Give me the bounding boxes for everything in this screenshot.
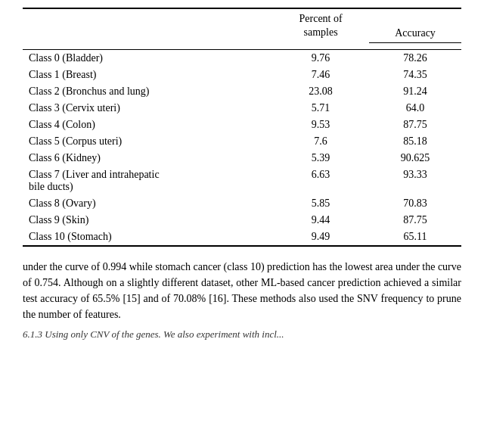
accuracy-cell: 70.83: [369, 195, 461, 212]
accuracy-cell: 87.75: [369, 212, 461, 229]
table-row: Class 7 (Liver and intrahepaticbile duct…: [23, 166, 461, 195]
class-cell: Class 4 (Colon): [23, 117, 272, 133]
class-cell: Class 0 (Bladder): [23, 49, 272, 67]
col-header-percent-border: [272, 42, 369, 49]
percent-cell: 5.85: [272, 195, 369, 212]
table-row: Class 6 (Kidney)5.3990.625: [23, 150, 461, 166]
paragraph-text: under the curve of 0.994 while stomach c…: [23, 259, 461, 322]
percent-cell: 7.6: [272, 133, 369, 150]
table-row: Class 8 (Ovary)5.8570.83: [23, 195, 461, 212]
col-header-class-border: [23, 42, 272, 49]
accuracy-cell: 64.0: [369, 100, 461, 117]
percent-cell: 9.44: [272, 212, 369, 229]
col-header-percent: Percent of samples: [272, 8, 369, 42]
table-row: Class 0 (Bladder)9.7678.26: [23, 49, 461, 67]
table-row: Class 4 (Colon)9.5387.75: [23, 117, 461, 133]
class-cell: Class 5 (Corpus uteri): [23, 133, 272, 150]
percent-cell: 5.71: [272, 100, 369, 117]
table-row: Class 5 (Corpus uteri)7.685.18: [23, 133, 461, 150]
col-header-accuracy-border2: [369, 42, 461, 49]
class-cell: Class 8 (Ovary): [23, 195, 272, 212]
percent-cell: 9.53: [272, 117, 369, 133]
percent-cell: 6.63: [272, 166, 369, 195]
class-cell: Class 10 (Stomach): [23, 229, 272, 246]
table-row: Class 3 (Cervix uteri)5.7164.0: [23, 100, 461, 117]
accuracy-cell: 78.26: [369, 49, 461, 67]
table-row: Class 2 (Bronchus and lung)23.0891.24: [23, 83, 461, 100]
accuracy-cell: 93.33: [369, 166, 461, 195]
table-row: Class 10 (Stomach)9.4965.11: [23, 229, 461, 246]
accuracy-cell: 90.625: [369, 150, 461, 166]
class-cell: Class 1 (Breast): [23, 67, 272, 83]
class-cell: Class 2 (Bronchus and lung): [23, 83, 272, 100]
percent-cell: 9.76: [272, 49, 369, 67]
percent-cell: 23.08: [272, 83, 369, 100]
accuracy-cell: 85.18: [369, 133, 461, 150]
percent-cell: 9.49: [272, 229, 369, 246]
percent-cell: 7.46: [272, 67, 369, 83]
col-header-class: [23, 8, 272, 42]
data-table: Percent of samples Accuracy Class 0 (Bla…: [23, 8, 461, 247]
accuracy-cell: 87.75: [369, 117, 461, 133]
percent-cell: 5.39: [272, 150, 369, 166]
class-cell: Class 3 (Cervix uteri): [23, 100, 272, 117]
footer-italic: 6.1.3 Using only CNV of the genes. We al…: [23, 328, 461, 341]
table-row: Class 1 (Breast)7.4674.35: [23, 67, 461, 83]
accuracy-cell: 65.11: [369, 229, 461, 246]
table-row: Class 9 (Skin)9.4487.75: [23, 212, 461, 229]
accuracy-cell: 74.35: [369, 67, 461, 83]
accuracy-cell: 91.24: [369, 83, 461, 100]
class-cell: Class 9 (Skin): [23, 212, 272, 229]
col-header-accuracy: Accuracy: [369, 8, 461, 42]
class-cell: Class 6 (Kidney): [23, 150, 272, 166]
class-cell: Class 7 (Liver and intrahepaticbile duct…: [23, 166, 272, 195]
